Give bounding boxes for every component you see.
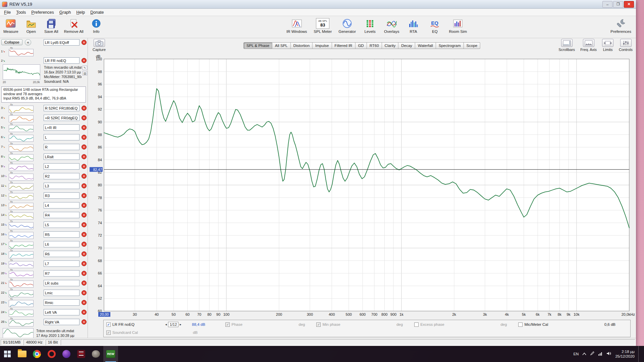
- pen-icon[interactable]: [590, 351, 594, 357]
- measurement-row[interactable]: 24↘Tr...✕: [0, 307, 88, 317]
- measurement-row[interactable]: 13↘Tr...✕: [0, 200, 88, 210]
- smoothing-decrease-button[interactable]: ◄: [164, 323, 168, 326]
- measurement-row[interactable]: 21↘Tr...✕: [0, 278, 88, 288]
- measurement-name-input[interactable]: [44, 154, 79, 160]
- measurement-thumbnail[interactable]: [9, 125, 34, 132]
- measurement-row[interactable]: 17↘Tr...✕: [0, 239, 88, 249]
- show-desktop-button[interactable]: [638, 346, 640, 362]
- measurement-notes[interactable]: 65536-point 1/48 octave RTA using Rectan…: [1, 86, 86, 103]
- measurement-thumbnail[interactable]: [9, 251, 34, 258]
- measurement-thumbnail[interactable]: [9, 290, 34, 297]
- chrome-icon[interactable]: [30, 346, 44, 362]
- measurement-thumbnail[interactable]: [9, 261, 34, 268]
- measurement-1-name-input[interactable]: [44, 39, 79, 46]
- delete-measurement-button[interactable]: ✕: [82, 281, 87, 286]
- measurement-thumbnail[interactable]: [9, 222, 34, 229]
- measurement-name-input[interactable]: [44, 202, 79, 208]
- mic-cal-checkbox[interactable]: [518, 322, 523, 327]
- measurement-thumbnail[interactable]: [9, 183, 34, 190]
- start-button[interactable]: [0, 346, 15, 362]
- clock[interactable]: 2:18 μμ 25/12/2020: [615, 349, 635, 359]
- measurement-row[interactable]: 20↘Tr...✕: [0, 268, 88, 278]
- collapse-button[interactable]: Collapse: [1, 39, 22, 45]
- measurement-thumbnail[interactable]: [9, 319, 34, 326]
- delete-measurement-button[interactable]: ✕: [82, 261, 87, 266]
- graph-tab[interactable]: SPL & Phase: [244, 42, 272, 49]
- measurement-row[interactable]: 6↘Tr...✕: [0, 132, 88, 142]
- measurement-row[interactable]: 9↘Tr...✕: [0, 162, 88, 171]
- measurement-thumbnail[interactable]: [9, 154, 34, 161]
- phase-checkbox[interactable]: ✓: [225, 322, 230, 327]
- measurement-row[interactable]: 16↘Tr...✕: [0, 230, 88, 239]
- measurement-row[interactable]: 10↘Tr...✕: [0, 171, 88, 181]
- delete-measurement-button[interactable]: ✕: [82, 232, 87, 237]
- graph-tab[interactable]: Waterfall: [415, 42, 436, 49]
- measurement-name-input[interactable]: [44, 280, 79, 286]
- measurement-row[interactable]: 23↘Tr...✕: [0, 298, 88, 307]
- measure-button[interactable]: Measure: [2, 17, 20, 34]
- measurement-name-input[interactable]: [44, 290, 79, 296]
- delete-measurement-button[interactable]: ✕: [82, 40, 87, 45]
- measurement-thumbnail[interactable]: [9, 232, 34, 239]
- measurement-thumbnail[interactable]: [9, 115, 34, 122]
- measurement-row[interactable]: 22↘Tr...✕: [0, 288, 88, 298]
- menu-file[interactable]: File: [1, 9, 13, 15]
- selected-thumbnail-plot[interactable]: [3, 64, 40, 80]
- capture-button[interactable]: Capture: [93, 39, 106, 52]
- measurement-row[interactable]: 4↘Tr...✕: [0, 113, 88, 123]
- delete-measurement-button[interactable]: ✕: [82, 183, 87, 188]
- delete-measurement-button[interactable]: ✕: [82, 164, 87, 169]
- network-icon[interactable]: [598, 351, 603, 357]
- measurement-name-input[interactable]: [44, 115, 79, 121]
- delete-measurement-button[interactable]: ✕: [82, 242, 87, 247]
- measurement-name-input[interactable]: [44, 173, 79, 179]
- delete-measurement-button[interactable]: ✕: [82, 135, 87, 140]
- smoothing-control[interactable]: ◄ 1/12 ►: [164, 322, 182, 327]
- delete-measurement-button[interactable]: ✕: [82, 310, 87, 315]
- smoothing-increase-button[interactable]: ►: [178, 323, 182, 326]
- camera-icon[interactable]: [94, 39, 105, 47]
- graph-tab[interactable]: Spectrogram: [436, 42, 464, 49]
- measurement-name-input[interactable]: [44, 260, 79, 267]
- delete-measurement-button[interactable]: ✕: [82, 193, 87, 198]
- measurement-thumbnail[interactable]: [9, 242, 34, 249]
- excess-phase-checkbox[interactable]: [414, 322, 419, 327]
- delete-measurement-button[interactable]: ✕: [82, 203, 87, 208]
- graph-tab[interactable]: Distortion: [291, 42, 313, 49]
- minimize-button[interactable]: –: [602, 1, 612, 8]
- edit-notes-icon[interactable]: ✎: [83, 66, 87, 70]
- measurement-thumbnail[interactable]: [9, 174, 34, 181]
- measurement-thumbnail[interactable]: [9, 271, 34, 278]
- measurement-row[interactable]: 11↘Tr...✕: [0, 181, 88, 191]
- close-button[interactable]: ✕: [624, 1, 634, 8]
- measurement-name-input[interactable]: [44, 105, 79, 111]
- measurement-name-input[interactable]: [44, 270, 79, 277]
- info-button[interactable]: Info: [88, 17, 105, 34]
- preferences-button[interactable]: Preferences: [609, 17, 633, 34]
- measurement-name-input[interactable]: [44, 222, 79, 228]
- collapse-chevrons-icon[interactable]: «: [25, 39, 31, 46]
- ir-windows-button[interactable]: IR Windows: [285, 17, 308, 34]
- measurement-thumbnail[interactable]: [9, 193, 34, 200]
- delete-measurement-button[interactable]: ✕: [82, 115, 87, 120]
- soundcard-cal-checkbox[interactable]: ✓: [106, 330, 111, 335]
- measurement-row[interactable]: 5↘Tr...✕: [0, 123, 88, 132]
- measurement-name-input[interactable]: [44, 192, 79, 199]
- measurement-name-input[interactable]: [44, 231, 79, 238]
- delete-measurement-button[interactable]: ✕: [82, 319, 87, 324]
- measurement-row-1[interactable]: 1↘ Tr...: [0, 47, 88, 56]
- scrollbars-button[interactable]: Scrollbars: [558, 39, 575, 52]
- measurement-row[interactable]: 12↘Tr...✕: [0, 191, 88, 200]
- save-all-button[interactable]: Save All: [43, 17, 60, 34]
- levels-button[interactable]: Levels: [361, 17, 379, 34]
- measurement-thumbnail[interactable]: [9, 144, 34, 152]
- opera-icon[interactable]: [44, 346, 59, 362]
- delete-measurement-button[interactable]: ✕: [82, 144, 87, 149]
- delete-measurement-button[interactable]: ✕: [82, 125, 87, 130]
- measurement-thumbnail[interactable]: [9, 300, 34, 307]
- freq-axis-button[interactable]: Freq. Axis: [580, 39, 597, 52]
- measurement-name-input[interactable]: [44, 134, 79, 140]
- language-indicator[interactable]: EN: [573, 352, 579, 356]
- menu-graph[interactable]: Graph: [57, 9, 74, 15]
- rew-taskbar-icon[interactable]: REW: [103, 346, 118, 362]
